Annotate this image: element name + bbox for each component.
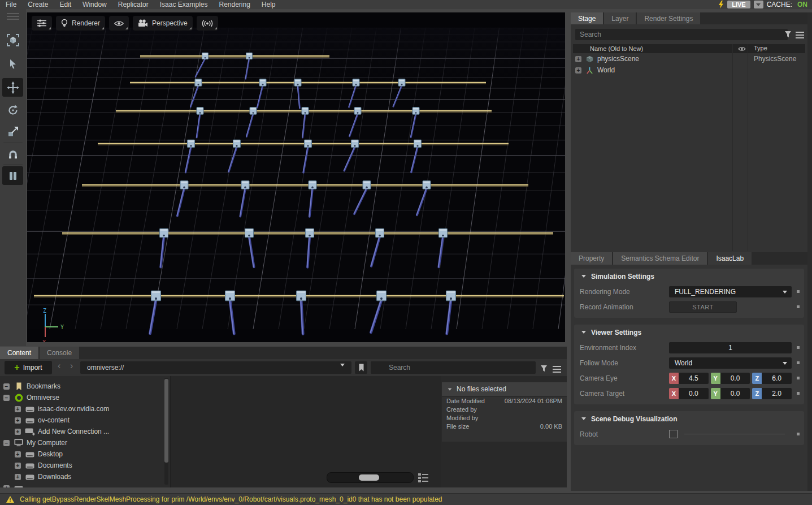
menu-rendering[interactable]: Rendering xyxy=(213,1,255,8)
property-dot[interactable] xyxy=(797,377,800,379)
camera-eye-y-field[interactable]: 0.0 xyxy=(720,373,750,384)
property-dot[interactable] xyxy=(797,433,800,435)
camera-target-y-field[interactable]: 0.0 xyxy=(720,388,750,399)
type-column-header[interactable]: Type xyxy=(754,45,767,51)
robot-checkbox[interactable] xyxy=(669,430,678,438)
tree-item-omniverse[interactable]: −Omniverse xyxy=(0,392,162,403)
view-mode-button[interactable] xyxy=(417,473,429,482)
section-header[interactable]: Viewer Settings xyxy=(574,325,804,340)
menu-isaac-examples[interactable]: Isaac Examples xyxy=(154,1,214,8)
stage-options-icon[interactable] xyxy=(796,31,804,41)
scale-tool-button[interactable] xyxy=(2,122,23,141)
camera-eye-z-field[interactable]: 6.0 xyxy=(762,373,792,384)
expand-toggle-icon[interactable]: + xyxy=(575,56,581,62)
tree-item-ov-content[interactable]: +ov-content xyxy=(0,415,162,426)
tree-item-add-new-connection[interactable]: +Add New Connection ... xyxy=(0,426,162,437)
rotate-tool-button[interactable] xyxy=(2,101,23,119)
menu-file[interactable]: File xyxy=(0,1,22,8)
camera-dropdown[interactable]: Perspective xyxy=(133,16,193,31)
menu-window[interactable]: Window xyxy=(77,1,112,8)
live-dropdown[interactable] xyxy=(754,1,763,8)
expand-toggle-icon[interactable]: + xyxy=(15,474,21,480)
collapse-toggle-icon[interactable]: − xyxy=(3,383,10,390)
stage-row-physicsscene[interactable]: + physicsScene PhysicsScene xyxy=(573,53,805,64)
toolbar-grip-icon[interactable] xyxy=(7,13,19,21)
path-input[interactable] xyxy=(80,361,351,374)
visibility-column-eye-icon[interactable] xyxy=(738,46,746,53)
expand-toggle-icon[interactable]: + xyxy=(3,485,10,488)
tree-item-bookmarks[interactable]: −Bookmarks xyxy=(0,381,162,392)
expand-toggle-icon[interactable]: + xyxy=(15,406,21,412)
snap-tool-button[interactable] xyxy=(2,145,23,163)
camera-target-x-field[interactable]: 0.0 xyxy=(679,388,709,399)
tab-property[interactable]: Property xyxy=(571,252,612,265)
content-options-icon[interactable] xyxy=(553,365,561,375)
tab-stage[interactable]: Stage xyxy=(571,12,603,24)
expand-toggle-icon[interactable]: + xyxy=(15,429,21,435)
expand-toggle-icon[interactable]: + xyxy=(15,463,21,469)
import-button[interactable]: + Import xyxy=(5,361,52,374)
slider-handle[interactable] xyxy=(359,474,379,481)
environment-index-field[interactable]: 1 xyxy=(669,342,792,353)
tree-item-my-computer[interactable]: −My Computer xyxy=(0,437,162,448)
property-dot[interactable] xyxy=(797,392,800,395)
tab-console[interactable]: Console xyxy=(40,347,79,359)
name-column-header[interactable]: Name (Old to New) xyxy=(590,45,643,52)
tree-item-clipped[interactable]: + xyxy=(0,482,162,487)
collapse-toggle-icon[interactable]: − xyxy=(3,440,10,446)
tab-semantics-schema-editor[interactable]: Semantics Schema Editor xyxy=(613,252,707,265)
select-tool-button[interactable] xyxy=(2,54,23,73)
tree-item-downloads[interactable]: +Downloads xyxy=(0,471,162,482)
menu-replicator[interactable]: Replicator xyxy=(112,1,154,8)
stage-row-world[interactable]: + World xyxy=(573,64,805,76)
back-button[interactable]: ‹ xyxy=(58,361,60,371)
property-dot[interactable] xyxy=(797,361,800,364)
menu-help[interactable]: Help xyxy=(256,1,281,8)
pause-button[interactable] xyxy=(2,166,23,185)
thumbnail-size-slider[interactable] xyxy=(327,472,414,483)
collapse-toggle-icon[interactable]: − xyxy=(3,395,10,401)
file-list-pane[interactable] xyxy=(171,376,441,487)
expand-toggle-icon[interactable]: + xyxy=(575,67,581,74)
expand-toggle-icon[interactable]: + xyxy=(15,417,21,424)
panel-scrollbar[interactable] xyxy=(807,12,812,491)
section-header[interactable]: Scene Debug Visualization xyxy=(574,411,804,426)
tree-scrollbar-thumb[interactable] xyxy=(164,379,168,463)
tree-item-isaac-dev-ov-nvidia-com[interactable]: +isaac-dev.ov.nvidia.com xyxy=(0,403,162,415)
tree-item-documents[interactable]: +Documents xyxy=(0,460,162,471)
bookmark-button[interactable] xyxy=(355,361,367,374)
live-toggle[interactable]: LIVE xyxy=(727,1,750,8)
menu-create[interactable]: Create xyxy=(22,1,54,8)
details-header[interactable]: No files selected xyxy=(442,382,567,396)
expand-toggle-icon[interactable]: + xyxy=(15,451,21,457)
stage-search-input[interactable] xyxy=(575,29,788,40)
visibility-button[interactable] xyxy=(109,16,129,31)
viewport-settings-button[interactable] xyxy=(32,16,52,31)
renderer-dropdown[interactable]: Renderer xyxy=(56,16,105,31)
camera-eye-x-field[interactable]: 4.5 xyxy=(679,373,709,384)
viewport[interactable]: ZYX Renderer xyxy=(27,12,565,342)
path-dropdown-icon[interactable] xyxy=(340,366,345,377)
forward-button[interactable]: › xyxy=(70,361,73,371)
rendering-mode-select[interactable]: FULL_RENDERING xyxy=(669,286,792,297)
tab-content[interactable]: Content xyxy=(0,347,38,359)
tab-render-settings[interactable]: Render Settings xyxy=(637,12,700,24)
property-dot[interactable] xyxy=(797,305,800,308)
tab-layer[interactable]: Layer xyxy=(604,12,636,24)
broadcast-button[interactable] xyxy=(197,16,218,31)
content-filter-icon[interactable] xyxy=(540,364,548,374)
tree-item-desktop[interactable]: +Desktop xyxy=(0,448,162,460)
stage-filter-icon[interactable] xyxy=(784,30,792,40)
frame-selection-button[interactable] xyxy=(2,31,23,49)
start-button[interactable]: START xyxy=(669,301,737,313)
tab-isaaclab[interactable]: IsaacLab xyxy=(708,252,752,265)
move-tool-button[interactable] xyxy=(2,78,23,97)
menu-edit[interactable]: Edit xyxy=(54,1,77,8)
property-dot[interactable] xyxy=(797,346,800,349)
content-search-input[interactable] xyxy=(371,361,536,374)
camera-target-z-field[interactable]: 2.0 xyxy=(762,388,792,399)
follow-mode-select[interactable]: World xyxy=(669,357,792,369)
viewport-canvas[interactable]: ZYX xyxy=(27,12,565,342)
section-header[interactable]: Simulation Settings xyxy=(574,269,804,284)
property-dot[interactable] xyxy=(797,290,800,293)
